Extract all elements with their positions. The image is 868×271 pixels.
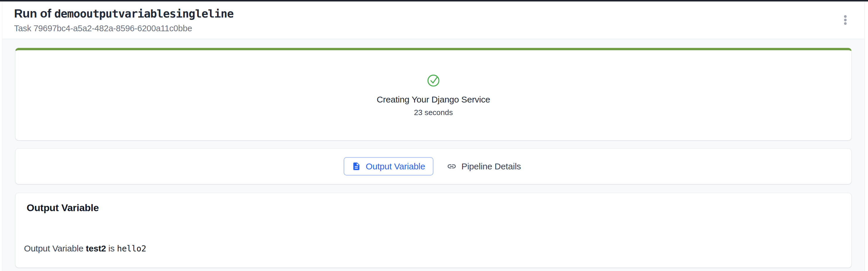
check-circle-icon (427, 74, 440, 87)
run-page: Run of demooutputvariablesingleline Task… (2, 0, 865, 271)
page-title: Run of demooutputvariablesingleline (14, 6, 865, 21)
output-line-middle: is (106, 243, 117, 253)
tab-output-variable[interactable]: Output Variable (344, 157, 433, 175)
output-variable-line: Output Variable test2 is hello2 (24, 243, 840, 255)
link-icon (447, 162, 457, 171)
status-duration: 23 seconds (414, 108, 453, 117)
page-title-prefix: Run of (14, 7, 54, 20)
run-header: Run of demooutputvariablesingleline Task… (2, 0, 865, 39)
status-title: Creating Your Django Service (377, 95, 490, 105)
task-id-subtitle: Task 79697bc4-a5a2-482a-8596-6200a11c0bb… (14, 23, 865, 33)
run-content: Creating Your Django Service 23 seconds … (2, 48, 865, 268)
tab-pipeline-details[interactable]: Pipeline Details (444, 157, 524, 175)
document-icon (352, 162, 361, 171)
output-variable-name: test2 (86, 243, 106, 253)
output-variable-value: hello2 (117, 244, 146, 253)
status-card: Creating Your Django Service 23 seconds (15, 48, 851, 140)
kebab-menu-icon[interactable] (838, 13, 852, 27)
page-title-run-name: demooutputvariablesingleline (54, 7, 234, 20)
output-variable-card: Output Variable Output Variable test2 is… (15, 193, 851, 268)
top-window-bar (0, 0, 868, 1)
tab-output-variable-label: Output Variable (366, 162, 425, 171)
tab-pipeline-details-label: Pipeline Details (462, 162, 521, 171)
tabs-bar: Output Variable Pipeline Details (15, 148, 851, 184)
output-card-heading: Output Variable (27, 202, 840, 214)
output-line-prefix: Output Variable (24, 243, 86, 253)
